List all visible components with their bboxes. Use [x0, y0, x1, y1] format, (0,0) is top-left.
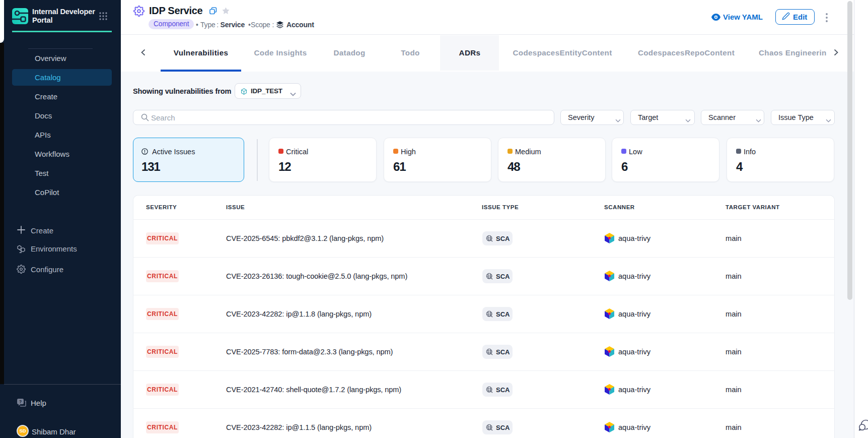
svg-text:?: ? [19, 399, 22, 404]
